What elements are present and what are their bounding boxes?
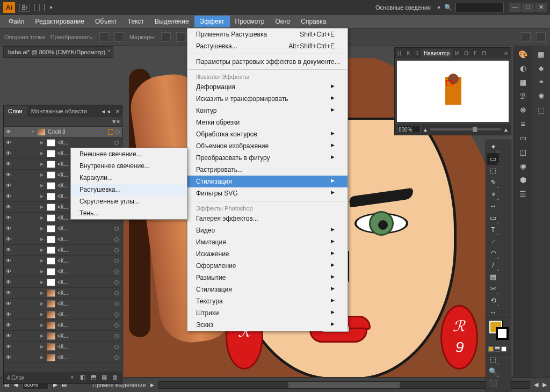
appearance-target-icon[interactable] (114, 237, 119, 242)
menu-редактирование[interactable]: Редактирование (30, 16, 90, 27)
appearance-target-icon[interactable] (114, 313, 119, 317)
appearance-target-icon[interactable] (114, 248, 119, 252)
visibility-icon[interactable]: 👁 (4, 161, 13, 167)
tool-button[interactable]: ⟲ (487, 295, 499, 307)
menu-item[interactable]: Растушевка... (71, 184, 187, 195)
clubs-icon[interactable]: ♣ (534, 62, 548, 74)
tool-button[interactable]: ⬚ (487, 165, 499, 177)
visibility-icon[interactable]: 👁 (4, 140, 13, 146)
close-tab-icon[interactable]: ✕ (107, 48, 111, 54)
tool-button[interactable]: ▤ (487, 389, 499, 392)
layer-row[interactable]: 👁▶<К... (4, 309, 122, 320)
menu-item[interactable]: Текстура▶ (187, 295, 348, 307)
make-clip-icon[interactable]: ◧ (79, 374, 86, 381)
workspace-label[interactable]: Основные сведения (375, 4, 431, 11)
handle-icon[interactable] (161, 32, 171, 42)
symbols-icon[interactable]: ❋ (516, 104, 530, 116)
layer-row[interactable]: 👁▶<К... (4, 320, 122, 331)
tool-button[interactable]: ◠ (487, 248, 499, 259)
chevron-down-icon[interactable]: ▼ (437, 5, 441, 10)
menu-item[interactable]: Метки обрезки (187, 117, 348, 128)
menu-item[interactable]: Применить РастушевкаShift+Ctrl+E (187, 28, 348, 40)
menu-item[interactable]: Растрировать... (187, 164, 348, 176)
scroll-left-icon[interactable]: ◀ (534, 381, 538, 388)
toggle-icon[interactable]: ▦ (534, 48, 548, 60)
nav-tab[interactable]: К (412, 49, 421, 58)
menu-item[interactable]: Внешнее свечение... (71, 148, 187, 160)
visibility-icon[interactable]: 👁 (4, 193, 13, 199)
appearance-target-icon[interactable] (114, 280, 119, 285)
tool-button[interactable]: ✎ (487, 177, 499, 188)
search-input[interactable] (455, 3, 504, 12)
appearance-target-icon[interactable] (114, 345, 119, 349)
menu-текст[interactable]: Текст (122, 16, 149, 27)
tool-button[interactable]: ▭ (487, 153, 499, 165)
layer-row[interactable]: 👁▶<К... (4, 137, 122, 148)
visibility-icon[interactable]: 👁 (4, 215, 13, 221)
tab-artboards[interactable]: Монтажные области (27, 106, 91, 117)
tool-button[interactable]: ⬚ (487, 354, 499, 366)
appearance-target-icon[interactable] (114, 302, 119, 306)
menu-item[interactable]: Растушевка...Alt+Shift+Ctrl+E (187, 40, 348, 52)
appearance-target-icon[interactable] (114, 227, 119, 231)
visibility-icon[interactable]: 👁 (4, 344, 13, 350)
transparency-icon[interactable]: ◫ (516, 146, 530, 158)
tool-button[interactable]: ↔ (487, 200, 499, 212)
nav-tab[interactable]: П (480, 49, 489, 58)
menu-item[interactable]: Стилизация▶ (187, 284, 348, 295)
appearance-target-icon[interactable] (114, 334, 119, 338)
maximize-button[interactable]: ☐ (522, 3, 534, 12)
nav-tab[interactable]: К (404, 49, 412, 58)
menu-эффект[interactable]: Эффект (194, 16, 230, 27)
handle-icon[interactable] (176, 32, 186, 42)
menu-объект[interactable]: Объект (90, 16, 122, 27)
tool-button[interactable]: 🔍 (487, 366, 499, 378)
options-icon[interactable] (536, 32, 546, 42)
target-icon[interactable] (108, 129, 113, 135)
nav-tab[interactable]: И (452, 49, 461, 58)
visibility-icon[interactable]: 👁 (4, 322, 13, 328)
menu-item[interactable]: Обработка контуров▶ (187, 128, 348, 140)
zoom-in-icon[interactable]: ▲ (503, 127, 509, 133)
appearance-target-icon[interactable] (114, 291, 119, 295)
bridge-badge[interactable]: Br (19, 4, 30, 12)
tool-button[interactable]: / (487, 259, 499, 271)
zoom-input[interactable] (397, 126, 421, 133)
layer-row[interactable]: 👁▶<К... (4, 288, 122, 299)
menu-просмотр[interactable]: Просмотр (230, 16, 270, 27)
swatches-icon[interactable]: ▦ (516, 76, 530, 88)
tool-button[interactable]: ▦ (487, 271, 499, 283)
gradient-mode-icon[interactable] (495, 346, 500, 352)
layers-icon[interactable]: ☰ (516, 188, 530, 200)
menu-выделение[interactable]: Выделение (149, 16, 194, 27)
wheel-icon[interactable]: ✺ (534, 90, 548, 102)
visibility-icon[interactable]: 👁 (4, 129, 13, 135)
navigator-viewbox[interactable] (446, 80, 453, 85)
chevron-right-icon[interactable]: ▶ (150, 382, 154, 388)
tab-layers[interactable]: Слои (4, 106, 27, 117)
align-icon[interactable] (521, 32, 531, 42)
appearance-target-icon[interactable] (114, 355, 119, 360)
stroke-swatch[interactable] (496, 327, 509, 340)
search-icon[interactable]: 🔍 (444, 4, 452, 11)
scroll-right-icon[interactable]: ▶ (542, 381, 547, 388)
nav-tab[interactable]: О (461, 49, 471, 58)
menu-item[interactable]: Тень... (71, 207, 187, 219)
layer-row-parent[interactable]: 👁▼Слой 3 (4, 127, 122, 137)
layer-row[interactable]: 👁▶<К... (4, 331, 122, 342)
menu-item[interactable]: Имитация▶ (187, 236, 348, 248)
menu-item[interactable]: Внутреннее свечение... (71, 160, 187, 172)
visibility-icon[interactable]: 👁 (4, 333, 13, 339)
menu-файл[interactable]: Файл (3, 16, 30, 27)
panel-menu-icon[interactable]: ▼≡ (109, 119, 122, 125)
menu-item[interactable]: Каракули... (71, 172, 187, 184)
tool-button[interactable]: ✂ (487, 283, 499, 295)
visibility-icon[interactable]: 👁 (4, 354, 13, 360)
appearance-target-icon[interactable] (114, 270, 119, 274)
tool-button[interactable]: ✦ (487, 141, 499, 153)
nav-tab[interactable]: Ц (395, 49, 404, 58)
locate-layer-icon[interactable]: ⌖ (68, 374, 76, 381)
layer-row[interactable]: 👁▶<К... (4, 277, 122, 288)
menu-item[interactable]: Исказить и трансформировать▶ (187, 93, 348, 105)
misc-icon[interactable]: ⬚ (534, 104, 548, 116)
